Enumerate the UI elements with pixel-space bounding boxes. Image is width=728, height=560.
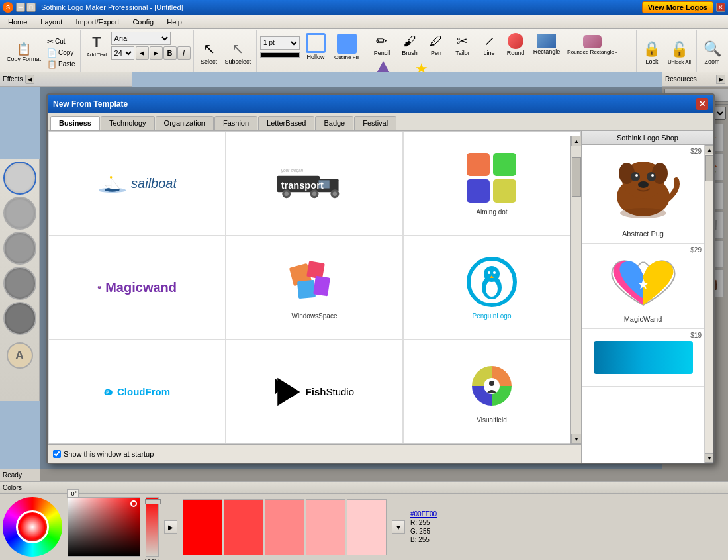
zoom-btn[interactable]: 🔍 Zoom [700, 39, 724, 66]
rounded-rectangle-btn[interactable]: Rounded Rectangle - [565, 34, 620, 56]
svg-rect-19 [493, 179, 516, 203]
template-transport[interactable]: your slogan transport [226, 132, 403, 236]
template-windows-space[interactable]: WindowsSpace [226, 236, 403, 340]
svg-point-48 [651, 174, 654, 177]
template-grid: sailboat [48, 131, 581, 444]
copy-btn[interactable]: 📄 Copy [45, 48, 77, 58]
template-fish-studio[interactable]: FishStudio [226, 340, 403, 443]
resources-toggle-btn[interactable]: ▶ [716, 75, 725, 84]
font-size-increase-btn[interactable]: ▶ [150, 46, 163, 60]
pen-btn[interactable]: 🖊 Pen [424, 32, 448, 58]
subselect-btn[interactable]: ↖ Subselect [222, 39, 254, 66]
show-startup-label: Show this window at startup [64, 450, 154, 458]
tab-festival[interactable]: Festival [354, 116, 396, 130]
tab-badge[interactable]: Badge [315, 116, 353, 130]
minimize-btn[interactable]: ─ [16, 3, 25, 12]
line-btn[interactable]: ─ Line [477, 32, 501, 58]
copy-format-btn[interactable]: 📋 Copy Format [4, 42, 44, 64]
effect-item-4[interactable] [3, 267, 36, 300]
menu-layout[interactable]: Layout [34, 17, 69, 27]
rectangle-btn[interactable]: Rectangle [530, 33, 563, 56]
stroke-width-select[interactable]: 1 pt [260, 36, 300, 50]
hollow-btn[interactable]: Hollow [301, 32, 330, 62]
dialog-footer: Show this window at startup [48, 444, 581, 463]
color-wheel[interactable] [3, 497, 62, 557]
color-add-btn[interactable]: ▶ [164, 520, 177, 534]
shop-item-abstract-pug[interactable]: $29 [582, 145, 704, 244]
select-btn[interactable]: ↖ Select [197, 39, 221, 66]
swatch-3[interactable] [265, 499, 304, 555]
swatch-5[interactable] [347, 499, 387, 555]
bold-btn[interactable]: B [163, 46, 177, 60]
template-magicwand[interactable]: Magicwand [48, 236, 226, 340]
rgb-r: R: 255 [410, 519, 437, 526]
color-arrows: ▶ [164, 520, 177, 534]
outline-fill-btn[interactable]: Outline Fill [332, 32, 362, 62]
tab-fashion[interactable]: Fashion [214, 116, 257, 130]
swatch-down-btn[interactable]: ▼ [392, 520, 405, 534]
template-penguin-logo[interactable]: PenguinLogo [403, 236, 580, 340]
italic-btn[interactable]: I [177, 46, 191, 60]
effects-header: Effects ◀ [0, 72, 132, 87]
menu-help[interactable]: Help [160, 17, 189, 27]
tab-organization[interactable]: Organization [156, 116, 214, 130]
template-aiming-dot[interactable]: Aiming dot [403, 132, 580, 236]
dialog-close-btn[interactable]: ✕ [696, 98, 708, 110]
svg-text:transport: transport [281, 179, 324, 190]
lock-btn[interactable]: 🔒 Lock [640, 39, 664, 66]
tab-letter-based[interactable]: LetterBased [258, 116, 314, 130]
effect-item-1[interactable] [3, 162, 36, 195]
effects-toggle-btn[interactable]: ◀ [25, 75, 34, 84]
scroll-up-btn[interactable]: ▲ [571, 136, 581, 146]
dialog-overlay: New From Template ✕ Business Technology … [40, 87, 728, 481]
font-family-select[interactable]: Arial [111, 32, 171, 45]
scroll-thumb[interactable] [572, 157, 581, 197]
tab-technology[interactable]: Technology [101, 116, 155, 130]
view-more-logos-btn[interactable]: View More Logos [642, 1, 713, 13]
swatch-4[interactable] [306, 499, 345, 555]
svg-point-4 [110, 175, 113, 178]
shop-scroll-up[interactable]: ▲ [705, 145, 713, 154]
show-startup-checkbox[interactable] [53, 450, 61, 458]
cut-btn[interactable]: ✂ Cut [45, 36, 77, 47]
brush-btn[interactable]: 🖌 Brush [396, 32, 423, 58]
template-sailboat[interactable]: sailboat [48, 132, 226, 236]
font-size-decrease-btn[interactable]: ◀ [136, 46, 149, 60]
alpha-thumb[interactable] [145, 499, 161, 504]
menu-import-export[interactable]: Import/Export [69, 17, 126, 27]
pencil-btn[interactable]: ✏ Pencil [369, 32, 395, 58]
close-btn[interactable]: ✕ [716, 3, 725, 12]
paste-btn[interactable]: 📋 Paste [45, 59, 77, 70]
shop-scroll-thumb[interactable] [705, 155, 713, 181]
effect-text-item[interactable]: A [7, 342, 33, 369]
window-controls[interactable]: ─ □ [16, 3, 36, 12]
swatch-2[interactable] [224, 499, 263, 555]
font-size-select[interactable]: 24 [111, 46, 134, 60]
shop-scroll-down[interactable]: ▼ [705, 453, 713, 463]
shop-item-magic-wand[interactable]: $29 [582, 244, 704, 329]
effect-item-3[interactable] [3, 232, 36, 265]
svg-rect-18 [467, 179, 490, 203]
gradient-picker[interactable] [68, 497, 140, 557]
stroke-color-bar[interactable] [260, 52, 300, 58]
shop-item-blue-gradient[interactable]: $19 [582, 329, 704, 387]
menu-home[interactable]: Home [1, 17, 34, 27]
tab-business[interactable]: Business [50, 116, 100, 130]
add-text-btn[interactable]: T Add Text [84, 32, 110, 59]
effects-sidebar: A [0, 159, 40, 401]
effect-item-5[interactable] [3, 302, 36, 335]
colors-header: Colors [0, 482, 728, 494]
effect-item-2[interactable] [3, 197, 36, 230]
template-cloud-from[interactable]: ℙ CloudFrom [48, 340, 226, 443]
template-visual-field[interactable]: Visualfield [403, 340, 580, 443]
hex-value[interactable]: #00FF00 [410, 510, 437, 518]
swatch-1[interactable] [183, 499, 222, 555]
alpha-slider[interactable] [146, 497, 159, 557]
tailor-btn[interactable]: ✂ Tailor [449, 32, 476, 58]
scroll-down-btn[interactable]: ▼ [571, 434, 581, 444]
unlock-all-btn[interactable]: 🔓 Unlock All [665, 40, 694, 66]
round-btn[interactable]: Round [502, 32, 529, 58]
menu-config[interactable]: Config [126, 17, 160, 27]
maximize-btn[interactable]: □ [26, 3, 36, 12]
svg-point-13 [333, 191, 338, 196]
